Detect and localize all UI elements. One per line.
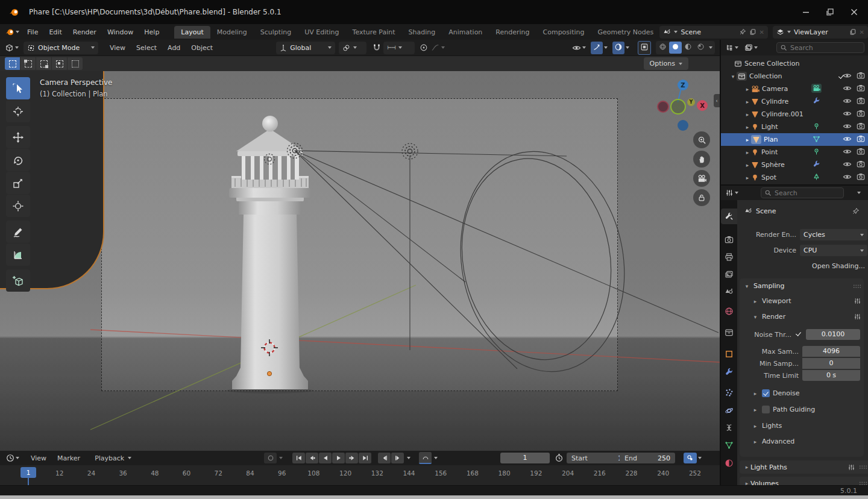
gizmo-axis-x[interactable]: X (697, 100, 708, 111)
menu-edit[interactable]: Edit (43, 28, 67, 36)
minimize-button[interactable] (802, 8, 810, 16)
select-mode-intersect-button[interactable] (68, 57, 83, 70)
play-button[interactable] (332, 453, 345, 463)
gizmo-axis-z[interactable]: Z (678, 80, 688, 90)
select-mode-new-button[interactable] (5, 57, 20, 70)
expand-icon[interactable]: ▸ (744, 86, 751, 92)
hide-eye-icon[interactable] (843, 96, 852, 107)
light-data-icon[interactable] (813, 148, 820, 157)
snap-magnet-icon[interactable] (373, 43, 381, 52)
light-paths-panel-header[interactable]: ▸Light Paths (740, 460, 868, 474)
advanced-subpanel-header[interactable]: ▸Advanced (752, 438, 794, 445)
auto-keying-button[interactable] (264, 453, 277, 463)
visibility-dropdown[interactable] (572, 43, 586, 52)
hide-eye-icon[interactable] (843, 122, 852, 133)
shading-rendered-button[interactable] (694, 42, 707, 54)
tab-modifiers[interactable] (721, 364, 737, 380)
spot-cone-circles[interactable] (444, 139, 641, 385)
outliner-row-light[interactable]: ▸ Light (721, 121, 868, 133)
denoise-subpanel-header[interactable]: ▸ Denoise (752, 389, 800, 397)
overlays-toggle[interactable] (612, 42, 624, 54)
disable-render-icon[interactable] (857, 160, 865, 170)
outliner-row-sphere[interactable]: ▸ Sphère (721, 158, 868, 171)
camera-view-button[interactable] (693, 170, 710, 187)
tool-measure[interactable] (6, 243, 30, 266)
editor-type-button[interactable] (5, 43, 19, 52)
modifier-wrench-icon[interactable] (813, 97, 820, 107)
tab-tool[interactable] (721, 209, 737, 224)
menu-marker[interactable]: Marker (52, 454, 86, 462)
min-samples-field[interactable]: 0 (802, 358, 860, 369)
path-guiding-subpanel-header[interactable]: ▸ Path Guiding (752, 406, 815, 413)
volumes-panel-header[interactable]: ▸Volumes (740, 477, 868, 485)
tab-texture-paint[interactable]: Texture Paint (346, 26, 402, 39)
viewport-canvas[interactable]: Camera Perspective (1) Collection | Plan… (0, 71, 720, 451)
disable-render-icon[interactable] (857, 122, 865, 132)
tool-scale[interactable] (6, 172, 30, 194)
menu-view[interactable]: View (104, 44, 131, 52)
properties-search-input[interactable] (761, 187, 844, 198)
tab-uv-editing[interactable]: UV Editing (298, 26, 345, 39)
camera-data-icon[interactable] (811, 84, 822, 93)
outliner-row-cylindre-001[interactable]: ▸ Cylindre.001 (721, 108, 868, 121)
menu-help[interactable]: Help (139, 28, 165, 36)
tab-object-data[interactable] (721, 437, 737, 453)
gizmo-axis-minus-y[interactable] (670, 99, 686, 115)
outliner-row-spot[interactable]: ▸ Spot (721, 171, 868, 184)
menu-timeline-view[interactable]: View (25, 454, 52, 462)
properties-search[interactable] (761, 187, 844, 198)
sidebar-toggle[interactable]: ‹ (714, 94, 720, 107)
disable-render-icon[interactable] (857, 96, 865, 107)
gizmo-axis-minus-z[interactable] (678, 120, 688, 131)
disable-render-icon[interactable] (857, 71, 865, 81)
tab-sculpting[interactable]: Sculpting (254, 26, 298, 39)
play-reverse-button[interactable] (319, 453, 332, 463)
tab-shading[interactable]: Shading (402, 26, 442, 39)
viewport-subpanel-header[interactable]: ▸Viewport (752, 297, 861, 305)
grip-icon[interactable] (859, 465, 867, 469)
tab-physics[interactable] (721, 403, 737, 418)
xray-toggle[interactable] (638, 41, 651, 55)
menu-playback[interactable]: Playback (89, 454, 131, 462)
options-button[interactable]: Options (644, 57, 688, 70)
tool-move[interactable] (6, 126, 30, 148)
device-dropdown[interactable]: CPU (800, 245, 867, 256)
max-samples-field[interactable]: 4096 (802, 346, 860, 357)
app-menu-button[interactable] (5, 27, 19, 37)
disable-render-icon[interactable] (857, 134, 865, 145)
keying-set-button[interactable] (684, 453, 697, 463)
light-data-icon[interactable] (813, 122, 820, 132)
tool-select-box[interactable] (6, 77, 30, 99)
select-mode-extend-button[interactable] (20, 57, 36, 70)
next-keyframe-button[interactable] (345, 453, 358, 463)
tool-annotate[interactable] (6, 221, 30, 243)
expand-icon[interactable]: ▸ (744, 175, 751, 181)
menu-file[interactable]: File (22, 28, 43, 36)
hide-eye-icon[interactable] (843, 147, 852, 158)
hide-eye-icon[interactable] (843, 71, 852, 82)
pan-button[interactable] (693, 151, 710, 168)
tool-add-cube[interactable] (6, 269, 30, 292)
expand-icon[interactable]: ▸ (744, 149, 751, 155)
step-back-button[interactable] (378, 453, 391, 463)
disable-render-icon[interactable] (857, 109, 865, 119)
select-mode-subtract-button[interactable] (36, 57, 51, 70)
transform-orientation-selector[interactable]: Global (276, 42, 335, 54)
snapping-selector[interactable]: ⊢⊣ (383, 42, 415, 54)
tab-render[interactable] (721, 231, 737, 247)
render-engine-dropdown[interactable]: Cycles (800, 229, 867, 240)
select-mode-invert-button[interactable] (52, 57, 67, 70)
playhead-line[interactable] (28, 478, 29, 485)
expand-icon[interactable]: ▸ (744, 137, 751, 143)
tab-compositing[interactable]: Compositing (536, 26, 591, 39)
gizmos-toggle[interactable] (591, 42, 603, 54)
path-guiding-checkbox[interactable] (762, 406, 770, 413)
grip-icon[interactable] (859, 481, 867, 485)
menu-select[interactable]: Select (131, 44, 162, 52)
outliner-row-point[interactable]: ▸ Point (721, 146, 868, 158)
outliner-row-scene-collection[interactable]: Scene Collection (721, 57, 868, 70)
hide-eye-icon[interactable] (843, 172, 852, 183)
tab-view-layer[interactable] (721, 266, 737, 282)
modifier-wrench-icon[interactable] (813, 160, 820, 170)
proportional-editing-icon[interactable] (420, 43, 428, 52)
